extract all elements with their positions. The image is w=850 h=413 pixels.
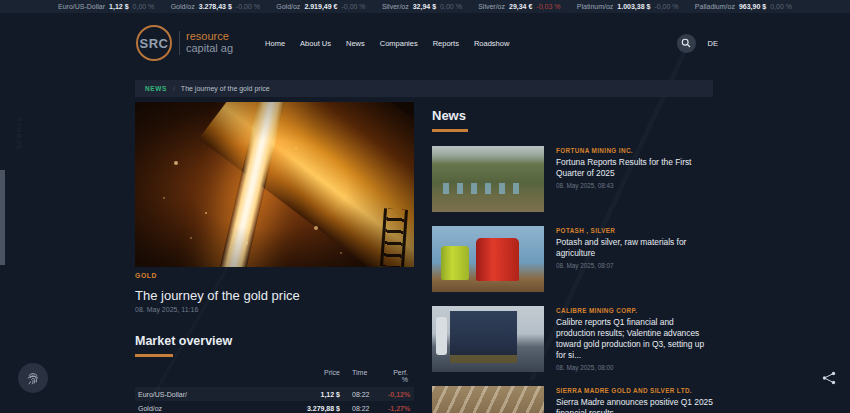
breadcrumb: NEWS / The journey of the gold price	[135, 80, 713, 97]
nav-item[interactable]: News	[346, 39, 365, 48]
ticker-label: Euro/US-Dollar	[58, 3, 105, 10]
news-thumbnail[interactable]	[432, 306, 544, 372]
price-value: 1,12 $	[230, 391, 340, 398]
article-category[interactable]: GOLD	[135, 272, 414, 279]
crucible-shape	[198, 102, 414, 267]
news-item[interactable]: FORTUNA MINING INC. Fortuna Reports Resu…	[432, 146, 713, 212]
news-date: 08. May 2025, 08:43	[556, 182, 713, 189]
ticker-item[interactable]: Gold/oz 3.278,43 $ -0,00 %	[171, 3, 260, 10]
ticker-item[interactable]: Silver/oz 32,94 $ 0,00 %	[382, 3, 462, 10]
table-row[interactable]: Gold/oz 3.279,88 $ 2.916,27 € 08:22 -1,2…	[135, 401, 414, 413]
market-table-body: Euro/US-Dollar/ 1,12 $ 08:22 -0,12% Gold…	[135, 387, 414, 413]
ladder-silhouette	[380, 208, 408, 267]
news-date: 08. May 2025, 08:00	[556, 364, 713, 371]
nav-item[interactable]: Companies	[380, 39, 418, 48]
news-section-title: News	[432, 108, 713, 123]
news-title[interactable]: Sierra Madre announces positive Q1 2025 …	[556, 397, 713, 413]
table-row[interactable]: Euro/US-Dollar/ 1,12 $ 08:22 -0,12%	[135, 387, 414, 401]
ticker-label: Gold/oz	[171, 3, 195, 10]
ticker-item[interactable]: Platinum/oz 1.003,38 $ -0,00 %	[577, 3, 679, 10]
news-item[interactable]: POTASH , SILVER Potash and silver, raw m…	[432, 226, 713, 292]
news-thumbnail[interactable]	[432, 226, 544, 292]
news-item[interactable]: SIERRA MADRE GOLD AND SILVER LTD. Sierra…	[432, 386, 713, 413]
ticker-value: 1,12 $	[109, 3, 128, 10]
ticker-label: Gold/oz	[276, 3, 300, 10]
ticker-label: Palladium/oz	[695, 3, 735, 10]
time-value: 08:22	[340, 405, 388, 412]
ticker-value: 32,94 $	[413, 3, 436, 10]
ticker-item[interactable]: Euro/US-Dollar 1,12 $ 0,00 %	[58, 3, 154, 10]
news-item-text: CALIBRE MINING CORP. Calibre reports Q1 …	[556, 306, 713, 372]
ticker-item[interactable]: Palladium/oz 963,90 $ 0,00 %	[695, 3, 792, 10]
breadcrumb-section[interactable]: NEWS	[145, 85, 167, 92]
logo-abbr: SRC	[140, 36, 169, 51]
perf-column-header: Perf. %	[388, 369, 414, 383]
sparks-decoration	[135, 102, 137, 104]
price-cell: 1,12 $	[230, 391, 340, 398]
market-title-underline	[135, 354, 173, 357]
news-date: 08. May 2025, 08:07	[556, 262, 713, 269]
scrollbar-indicator[interactable]	[0, 170, 5, 265]
news-column: News FORTUNA MINING INC. Fortuna Reports…	[432, 108, 713, 413]
nav-item[interactable]: About Us	[300, 39, 331, 48]
nav-item[interactable]: Home	[265, 39, 285, 48]
nav-item[interactable]: Roadshow	[474, 39, 509, 48]
ticker-change: -0,03 %	[536, 3, 560, 10]
perf-value: -0,12%	[388, 391, 410, 398]
news-thumbnail[interactable]	[432, 146, 544, 212]
header-right: DE	[677, 34, 718, 53]
news-title[interactable]: Calibre reports Q1 financial and product…	[556, 317, 713, 361]
ticker-value: 2.919,49 €	[304, 3, 337, 10]
news-category[interactable]: FORTUNA MINING INC.	[556, 147, 713, 154]
perf-cell: -1,27% -1,39%	[388, 405, 416, 413]
news-title-underline	[432, 129, 468, 132]
news-category[interactable]: SIERRA MADRE GOLD AND SILVER LTD.	[556, 387, 713, 394]
search-button[interactable]	[677, 34, 696, 53]
news-item-text: FORTUNA MINING INC. Fortuna Reports Resu…	[556, 146, 713, 212]
ticker-item[interactable]: Gold/oz 2.919,49 € -0,00 %	[276, 3, 365, 10]
market-table-header: Price Time Perf. %	[135, 366, 414, 387]
page: Euro/US-Dollar 1,12 $ 0,00 % Gold/oz 3.2…	[0, 0, 850, 413]
news-category[interactable]: CALIBRE MINING CORP.	[556, 307, 713, 314]
article-image-molten-gold[interactable]	[135, 102, 414, 267]
ticker-change: 0,00 %	[770, 3, 792, 10]
market-table: Price Time Perf. % Euro/US-Dollar/ 1,12 …	[135, 366, 414, 413]
news-title[interactable]: Fortuna Reports Results for the First Qu…	[556, 157, 713, 179]
news-list: FORTUNA MINING INC. Fortuna Reports Resu…	[432, 146, 713, 413]
time-value: 08:22	[340, 391, 388, 398]
fingerprint-button[interactable]	[18, 363, 48, 393]
ticker-label: Silver/oz	[382, 3, 409, 10]
news-item[interactable]: CALIBRE MINING CORP. Calibre reports Q1 …	[432, 306, 713, 372]
price-value: 3.279,88 $	[230, 405, 340, 412]
ticker-item[interactable]: Silver/oz 29,34 € -0,03 %	[478, 3, 560, 10]
price-column-header: Price	[230, 369, 340, 376]
market-overview-title: Market overview	[135, 334, 414, 348]
ticker-value: 3.278,43 $	[199, 3, 232, 10]
scroll-label: SCROLL	[16, 116, 22, 149]
ticker-value: 963,90 $	[739, 3, 766, 10]
share-button[interactable]	[817, 366, 841, 390]
language-toggle[interactable]: DE	[708, 39, 718, 48]
breadcrumb-separator: /	[173, 85, 175, 92]
ticker-change: -0,00 %	[341, 3, 365, 10]
ticker-label: Silver/oz	[478, 3, 505, 10]
share-icon	[821, 370, 837, 386]
perf-value: -1,27%	[388, 405, 410, 412]
logo[interactable]: SRC resource capital ag	[136, 25, 233, 61]
article-column: GOLD The journey of the gold price 08. M…	[135, 102, 414, 413]
breadcrumb-page: The journey of the gold price	[181, 85, 270, 92]
article-date: 08. May 2025, 11:16	[135, 306, 414, 313]
news-thumbnail[interactable]	[432, 386, 544, 413]
price-ticker-bar: Euro/US-Dollar 1,12 $ 0,00 % Gold/oz 3.2…	[0, 0, 850, 13]
fingerprint-icon	[25, 370, 41, 386]
perf-cell: -0,12%	[388, 391, 416, 398]
logo-line2: capital ag	[186, 43, 233, 55]
article-title[interactable]: The journey of the gold price	[135, 288, 414, 303]
nav-item[interactable]: Reports	[433, 39, 459, 48]
news-title[interactable]: Potash and silver, raw materials for agr…	[556, 237, 713, 259]
instrument-label: Euro/US-Dollar/	[135, 391, 230, 398]
instrument-label: Gold/oz	[135, 405, 230, 412]
ticker-change: 0,00 %	[133, 3, 155, 10]
news-item-text: POTASH , SILVER Potash and silver, raw m…	[556, 226, 713, 292]
news-category[interactable]: POTASH , SILVER	[556, 227, 713, 234]
